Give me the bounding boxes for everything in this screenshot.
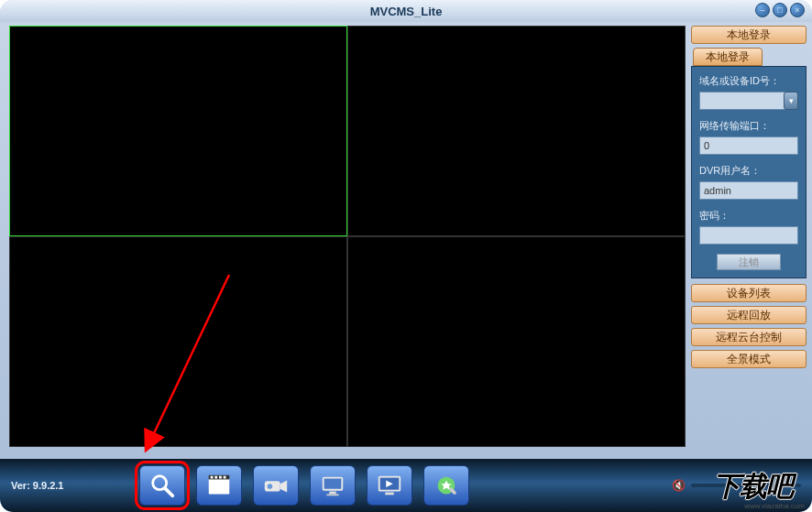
search-button[interactable]: [139, 465, 185, 506]
video-cell-1[interactable]: [9, 26, 347, 236]
window-controls: – □ ×: [755, 3, 805, 17]
video-cell-3[interactable]: [9, 236, 347, 447]
bottom-bar: Ver: 9.9.2.1: [0, 459, 812, 512]
svg-rect-6: [219, 476, 222, 479]
password-input[interactable]: [699, 226, 798, 245]
titlebar[interactable]: MVCMS_Lite – □ ×: [0, 0, 812, 22]
minimize-button[interactable]: –: [755, 3, 770, 17]
port-label: 网络传输端口：: [699, 119, 798, 133]
username-label: DVR用户名：: [699, 164, 798, 178]
panorama-button[interactable]: 全景模式: [691, 350, 807, 368]
remote-playback-button[interactable]: 远程回放: [691, 306, 807, 324]
username-input[interactable]: [699, 181, 798, 200]
video-cell-2[interactable]: [347, 26, 686, 236]
ptz-control-button[interactable]: 远程云台控制: [691, 328, 807, 346]
svg-rect-14: [326, 494, 338, 496]
camcorder-button[interactable]: [253, 465, 299, 506]
toolbar: [139, 465, 469, 506]
local-login-header[interactable]: 本地登录: [691, 26, 807, 44]
svg-rect-13: [329, 492, 336, 495]
monitor-button[interactable]: [310, 465, 356, 506]
sidebar: 本地登录 本地登录 域名或设备ID号： ▾ 网络传输端口： DVR用户名： 密码…: [691, 26, 807, 451]
film-icon: [205, 472, 233, 499]
version-label: Ver: 9.9.2.1: [11, 480, 139, 491]
login-panel: 域名或设备ID号： ▾ 网络传输端口： DVR用户名： 密码： 注销: [691, 66, 807, 278]
logo-text: 下载吧: [713, 468, 793, 506]
content-area: 本地登录 本地登录 域名或设备ID号： ▾ 网络传输端口： DVR用户名： 密码…: [0, 22, 812, 451]
close-button[interactable]: ×: [790, 3, 805, 17]
watermark-logo: 下载吧 www.xiazaiba.com: [693, 461, 812, 512]
window-title: MVCMS_Lite: [370, 5, 443, 18]
video-cell-4[interactable]: [347, 236, 686, 447]
device-id-dropdown[interactable]: ▾: [784, 92, 798, 110]
svg-marker-9: [280, 480, 288, 492]
camcorder-icon: [262, 472, 290, 499]
tv-icon: [376, 472, 403, 499]
port-input[interactable]: [699, 136, 798, 155]
svg-rect-18: [385, 493, 393, 496]
password-label: 密码：: [699, 209, 798, 223]
logout-button[interactable]: 注销: [717, 254, 781, 270]
svg-rect-12: [324, 479, 342, 489]
main-window: MVCMS_Lite – □ × 本地登录 本地登录 域名或设备ID号： ▾ 网…: [0, 0, 812, 512]
svg-point-10: [268, 484, 273, 489]
device-list-button[interactable]: 设备列表: [691, 284, 807, 302]
speaker-icon[interactable]: 🔇: [672, 479, 686, 492]
logo-url: www.xiazaiba.com: [744, 502, 805, 510]
search-icon: [148, 472, 176, 499]
tv-button[interactable]: [367, 465, 412, 506]
settings-button[interactable]: [423, 465, 469, 506]
settings-icon: [433, 472, 460, 499]
local-login-tab[interactable]: 本地登录: [693, 48, 763, 66]
monitor-icon: [319, 472, 346, 499]
video-grid: [9, 26, 686, 447]
svg-rect-4: [211, 476, 214, 479]
film-button[interactable]: [196, 465, 242, 506]
svg-rect-7: [224, 476, 226, 479]
svg-rect-5: [214, 476, 217, 479]
maximize-button[interactable]: □: [773, 3, 787, 17]
svg-line-1: [165, 488, 172, 496]
device-id-label: 域名或设备ID号：: [699, 74, 798, 88]
device-id-input[interactable]: [699, 92, 785, 110]
svg-rect-2: [209, 479, 230, 495]
